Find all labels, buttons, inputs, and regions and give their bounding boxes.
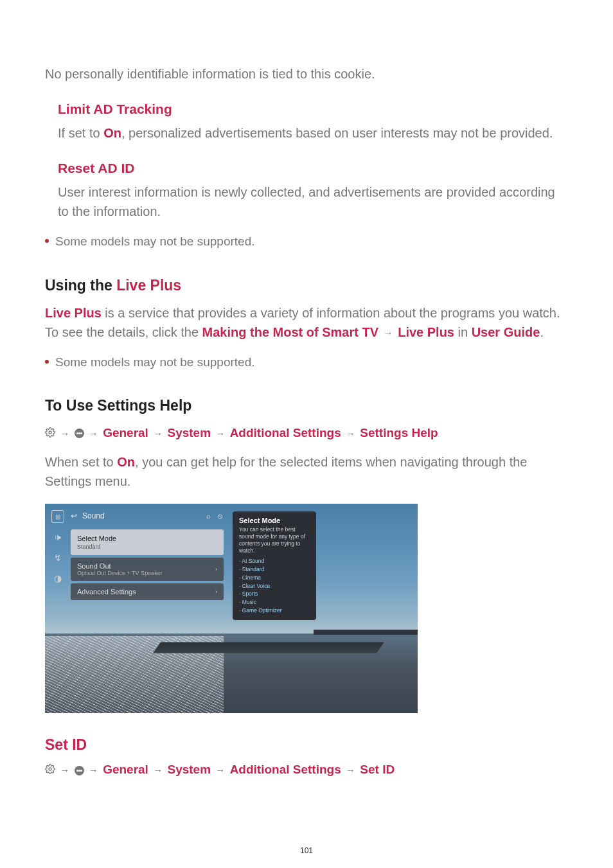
- tooltip-desc: You can select the best sound mode for a…: [239, 526, 310, 554]
- text: When set to: [45, 455, 117, 469]
- picture-icon: ⊞: [51, 510, 64, 523]
- on-label: On: [117, 455, 135, 469]
- live-plus-body-1: Live Plus is a service that provides a v…: [45, 303, 568, 323]
- tooltip-item: · Standard: [239, 565, 310, 574]
- crumb-item: System: [167, 763, 211, 776]
- general-icon: ◑: [51, 572, 64, 585]
- sublabel: Standard: [77, 544, 101, 550]
- crumb-item: Set ID: [360, 763, 395, 776]
- text: , personalized advertisements based on u…: [121, 126, 553, 140]
- link-text: Making the Most of Smart TV: [202, 325, 378, 339]
- bullet-icon: [45, 239, 49, 243]
- more-icon: [75, 429, 84, 438]
- settings-help-body: When set to On, you can get help for the…: [45, 452, 568, 491]
- title-text: Sound: [82, 511, 105, 520]
- label: Advanced Settings: [77, 588, 136, 596]
- breadcrumb: → → General → System → Additional Settin…: [45, 760, 568, 780]
- intro-text: No personally identifiable information i…: [45, 64, 568, 84]
- crumb-item: Additional Settings: [230, 763, 341, 776]
- on-label: On: [103, 126, 121, 140]
- note-bullet: Some models may not be supported.: [45, 353, 568, 372]
- tooltip-item: · Game Optimizer: [239, 607, 310, 615]
- accent-text: Live Plus: [45, 306, 102, 320]
- reset-ad-id-heading: Reset AD ID: [58, 161, 568, 176]
- crumb-item: Settings Help: [360, 426, 438, 439]
- crumb-item: General: [103, 763, 148, 776]
- limit-ad-tracking-body: If set to On, personalized advertisement…: [45, 123, 568, 143]
- arrow-icon: →: [384, 327, 393, 338]
- breadcrumb: → → General → System → Additional Settin…: [45, 423, 568, 443]
- sublabel: Optical Out Device + TV Speaker: [77, 570, 163, 576]
- menu-item-sound-out: Sound Out Optical Out Device + TV Speake…: [71, 558, 224, 581]
- bullet-icon: [45, 360, 49, 364]
- pier: [153, 642, 384, 653]
- note-text: Some models may not be supported.: [55, 233, 255, 251]
- arrow-icon: →: [60, 765, 69, 775]
- connection-icon: ↯: [51, 551, 64, 564]
- note-text: Some models may not be supported.: [55, 353, 255, 372]
- page-number: 101: [0, 846, 613, 855]
- text: .: [540, 325, 544, 339]
- text: in: [454, 325, 472, 339]
- limit-ad-tracking-heading: Limit AD Tracking: [58, 102, 568, 117]
- tooltip-item: · Sports: [239, 590, 310, 598]
- arrow-icon: →: [153, 765, 163, 775]
- settings-help-screenshot: ⊞ 🕩 ↯ ◑ ↩ Sound ⌕ ⦸ Select Mode Standard…: [45, 504, 418, 713]
- reset-ad-id-body: User interest information is newly colle…: [45, 182, 568, 221]
- more-icon: [75, 766, 84, 775]
- crumb-item: Additional Settings: [230, 426, 341, 439]
- arrow-icon: →: [60, 428, 69, 439]
- back-icon: ↩: [71, 511, 77, 520]
- menu-item-advanced: Advanced Settings ›: [71, 583, 224, 600]
- tooltip-title: Select Mode: [239, 517, 310, 524]
- label: Select Mode: [77, 535, 116, 542]
- title-icons: ⌕ ⦸: [206, 512, 225, 520]
- svg-point-0: [49, 431, 51, 434]
- tooltip-item: · Cinema: [239, 574, 310, 582]
- text: If set to: [58, 126, 103, 140]
- settings-menu: Select Mode Standard Sound Out Optical O…: [71, 529, 224, 603]
- arrow-icon: →: [346, 428, 355, 439]
- tooltip-item: · AI Sound: [239, 557, 310, 565]
- help-tooltip: Select Mode You can select the best soun…: [233, 511, 316, 619]
- arrow-icon: →: [215, 428, 225, 439]
- sidebar: ⊞ 🕩 ↯ ◑: [50, 510, 66, 592]
- note-bullet: Some models may not be supported.: [45, 233, 568, 251]
- arrow-icon: →: [89, 765, 98, 775]
- crumb-item: General: [103, 426, 148, 439]
- text: is a service that provides a variety of …: [102, 306, 560, 320]
- set-id-heading: Set ID: [45, 736, 568, 754]
- titlebar: ↩ Sound ⌕ ⦸: [71, 511, 225, 520]
- crumb-item: System: [167, 426, 211, 439]
- text: To see the details, click the: [45, 325, 202, 339]
- accent-text: Live Plus: [116, 277, 181, 294]
- arrow-icon: →: [153, 428, 163, 439]
- chevron-right-icon: ›: [215, 566, 217, 572]
- tooltip-item: · Clear Voice: [239, 582, 310, 590]
- sound-icon: 🕩: [51, 531, 64, 544]
- arrow-icon: →: [215, 765, 225, 775]
- settings-help-heading: To Use Settings Help: [45, 397, 568, 414]
- guide-text: User Guide: [472, 325, 540, 339]
- menu-item-select-mode: Select Mode Standard: [71, 529, 224, 555]
- label: Sound Out: [77, 562, 163, 570]
- chevron-right-icon: ›: [215, 589, 217, 595]
- arrow-icon: →: [89, 428, 98, 439]
- svg-point-1: [49, 768, 51, 770]
- live-plus-body-2: To see the details, click the Making the…: [45, 323, 568, 342]
- accent-text: Live Plus: [398, 325, 454, 339]
- gear-icon: [45, 761, 55, 780]
- gear-icon: [45, 424, 55, 443]
- arrow-icon: →: [346, 765, 355, 775]
- live-plus-heading: Using the Live Plus: [45, 277, 568, 294]
- land: [314, 630, 418, 635]
- tooltip-item: · Music: [239, 598, 310, 607]
- text: Using the: [45, 277, 116, 294]
